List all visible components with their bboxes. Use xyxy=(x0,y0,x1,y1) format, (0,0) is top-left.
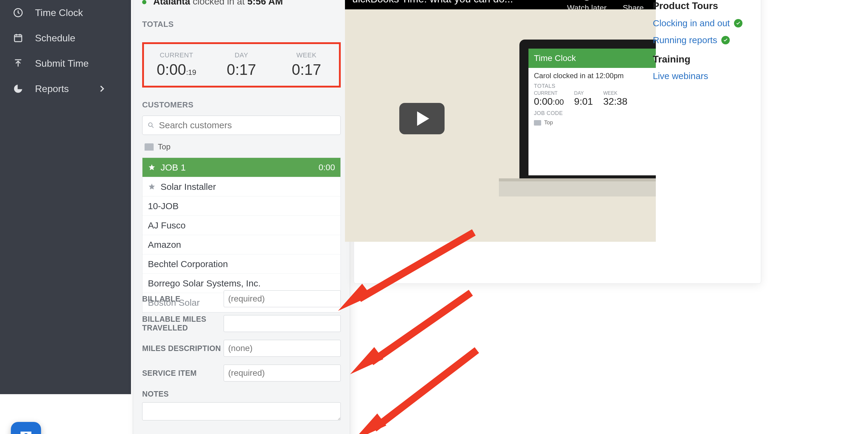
totals-box: CURRENT 0:00:19 DAY 0:17 WEEK 0:17 xyxy=(142,42,341,88)
job-label: Amazon xyxy=(148,240,181,250)
play-icon xyxy=(417,112,429,126)
job-row-bechtel[interactable]: Bechtel Corporation xyxy=(143,254,340,274)
sidebar-item-label: Submit Time xyxy=(35,58,89,69)
calendar-icon xyxy=(13,33,24,43)
job-label: 10-JOB xyxy=(148,201,179,211)
job-label: Solar Installer xyxy=(161,182,216,192)
miles-input[interactable] xyxy=(224,315,341,332)
job-row-10-job[interactable]: 10-JOB xyxy=(143,196,340,216)
billable-label: BILLABLE xyxy=(142,294,224,303)
job-time: 0:00 xyxy=(319,163,335,172)
job-row-amazon[interactable]: Amazon xyxy=(143,235,340,254)
totals-day-cap: DAY xyxy=(209,51,274,59)
laptop-jobcode-label: JOB CODE xyxy=(534,110,656,117)
upload-icon xyxy=(13,58,24,69)
job-label: Bechtel Corporation xyxy=(148,259,228,269)
totals-day-val: 0:17 xyxy=(209,61,274,79)
svg-marker-10 xyxy=(353,413,386,434)
job-row-solar-installer[interactable]: Solar Installer xyxy=(143,177,340,196)
svg-text:?: ? xyxy=(24,432,28,434)
svg-point-3 xyxy=(149,123,152,126)
tour-link-webinars[interactable]: Live webinars xyxy=(653,71,749,81)
miles-label: BILLABLE MILES TRAVELLED xyxy=(142,315,224,332)
annotation-arrow-3 xyxy=(350,347,480,434)
totals-label: TOTALS xyxy=(142,20,341,29)
video-title-bar: uickBooks Time: what you can do... Watch… xyxy=(345,0,656,9)
check-icon xyxy=(721,36,730,44)
product-tours-heading: Product Tours xyxy=(653,0,749,11)
totals-week-val: 0:17 xyxy=(274,61,339,79)
service-item-input[interactable] xyxy=(224,365,341,381)
status-dot-icon xyxy=(142,0,146,4)
job-row-job1[interactable]: JOB 1 0:00 xyxy=(143,158,340,177)
svg-point-4 xyxy=(582,0,591,1)
search-input[interactable] xyxy=(158,120,336,131)
notes-input[interactable] xyxy=(142,402,341,421)
sidebar-item-label: Time Clock xyxy=(35,7,83,19)
training-heading: Training xyxy=(653,54,749,65)
sidebar-item-label: Schedule xyxy=(35,33,75,44)
video-player[interactable]: uickBooks Time: what you can do... Watch… xyxy=(345,0,656,242)
service-item-label: SERVICE ITEM xyxy=(142,369,224,378)
totals-week-cap: WEEK xyxy=(274,51,339,59)
clock-icon xyxy=(13,7,24,18)
svg-rect-1 xyxy=(14,35,22,42)
sidebar-item-submit-time[interactable]: Submit Time xyxy=(0,51,131,76)
left-sidebar: Time Clock Schedule Submit Time Reports xyxy=(0,0,131,394)
laptop-header: Time Clock xyxy=(534,54,576,63)
notes-label: NOTES xyxy=(142,390,259,398)
share-icon xyxy=(627,0,639,2)
totals-current-val: 0:00:19 xyxy=(144,61,209,79)
folder-icon xyxy=(145,143,154,151)
help-button[interactable]: ? xyxy=(11,422,41,434)
tour-link-clocking[interactable]: Clocking in and out xyxy=(653,18,749,28)
search-customers[interactable] xyxy=(142,116,341,135)
video-body: oks s. Time Clock ? × Carol clocked in a… xyxy=(345,9,656,242)
video-title: uickBooks Time: what you can do... xyxy=(352,0,513,5)
time-clock-panel: Atalanta clocked in at 5:56 AM TOTALS CU… xyxy=(133,0,350,434)
svg-marker-8 xyxy=(350,347,383,374)
pie-chart-icon xyxy=(13,83,24,94)
sidebar-item-reports[interactable]: Reports xyxy=(0,76,131,101)
field-area: BILLABLE BILLABLE MILES TRAVELLED MILES … xyxy=(133,286,350,422)
customers-label: CUSTOMERS xyxy=(142,100,341,110)
star-icon xyxy=(148,183,156,191)
svg-line-7 xyxy=(371,293,471,362)
job-label: JOB 1 xyxy=(161,162,186,173)
search-icon xyxy=(147,121,155,129)
clocked-in-status: Atalanta clocked in at 5:56 AM xyxy=(142,0,341,7)
check-icon xyxy=(734,19,742,28)
laptop-top-row: Top xyxy=(534,120,656,126)
customer-top-row[interactable]: Top xyxy=(142,140,341,153)
sidebar-item-label: Reports xyxy=(35,83,69,94)
chevron-right-icon xyxy=(97,83,107,94)
miles-desc-input[interactable] xyxy=(224,340,341,357)
job-row-aj-fusco[interactable]: AJ Fusco xyxy=(143,216,340,235)
laptop-totals-label: TOTALS xyxy=(534,83,656,89)
laptop-graphic: Time Clock ? × Carol clocked in at 12:00… xyxy=(499,36,656,242)
laptop-clockin-line: Carol clocked in at 12:00pm xyxy=(534,71,656,80)
miles-desc-label: MILES DESCRIPTION xyxy=(142,344,224,353)
star-icon xyxy=(148,163,156,172)
clock-icon xyxy=(581,0,593,2)
right-card: uickBooks Time: what you can do... Watch… xyxy=(354,0,761,284)
totals-current-cap: CURRENT xyxy=(144,51,209,59)
folder-icon xyxy=(534,120,541,126)
sidebar-item-schedule[interactable]: Schedule xyxy=(0,25,131,51)
help-chat-icon: ? xyxy=(18,429,34,434)
annotation-arrow-2 xyxy=(347,290,474,380)
top-label: Top xyxy=(158,142,170,152)
billable-input[interactable] xyxy=(224,290,341,307)
svg-line-9 xyxy=(374,350,477,429)
play-button[interactable] xyxy=(399,103,444,134)
tours-panel: Product Tours Clocking in and out Runnin… xyxy=(653,0,749,88)
job-label: AJ Fusco xyxy=(148,220,186,230)
sidebar-item-time-clock[interactable]: Time Clock xyxy=(0,0,131,25)
tour-link-reports[interactable]: Running reports xyxy=(653,35,749,45)
